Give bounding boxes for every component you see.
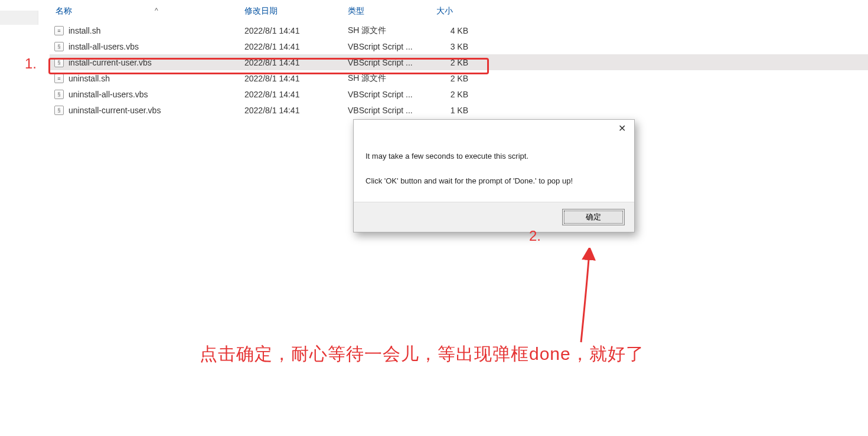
annotation-step-2: 2. [529,228,541,244]
sh-file-icon [54,26,64,35]
vbs-file-icon [54,90,64,99]
script-prompt-dialog: ✕ It may take a few seconds to execute t… [353,119,635,232]
table-row[interactable]: install.sh2022/8/1 14:41SH 源文件4 KB [50,22,868,38]
vbs-file-icon [54,58,64,67]
ok-button[interactable]: 确定 [562,209,625,225]
sh-file-icon [54,74,64,83]
file-date: 2022/8/1 14:41 [244,26,348,35]
file-size: 2 KB [436,90,495,99]
file-type: SH 源文件 [348,25,436,36]
file-list: 名称 ^ 修改日期 类型 大小 install.sh2022/8/1 14:41… [50,0,868,118]
file-date: 2022/8/1 14:41 [244,42,348,51]
column-headers-row: 名称 ^ 修改日期 类型 大小 [50,0,868,22]
left-gutter [0,11,38,25]
dialog-text-line-1: It may take a few seconds to execute thi… [366,150,622,162]
file-name: uninstall-all-users.vbs [68,90,148,99]
file-size: 4 KB [436,26,495,35]
file-size: 1 KB [436,106,495,115]
file-size: 3 KB [436,42,495,51]
dialog-footer: 确定 [354,202,634,232]
file-name: uninstall-current-user.vbs [68,106,161,115]
col-header-name-label: 名称 [56,6,72,17]
file-name: install-current-user.vbs [68,58,152,67]
file-type: VBScript Script ... [348,58,436,67]
file-date: 2022/8/1 14:41 [244,90,348,99]
table-row[interactable]: uninstall-all-users.vbs2022/8/1 14:41VBS… [50,86,868,102]
annotation-arrow-icon [567,248,614,348]
file-type: SH 源文件 [348,73,436,84]
vbs-file-icon [54,106,64,115]
annotation-bottom-note: 点击确定，耐心等待一会儿，等出现弹框done，就好了 [200,342,644,366]
file-name: uninstall.sh [68,74,110,83]
sort-indicator-icon: ^ [155,6,158,15]
file-size: 2 KB [436,74,495,83]
col-header-size[interactable]: 大小 [436,6,495,17]
file-date: 2022/8/1 14:41 [244,74,348,83]
file-type: VBScript Script ... [348,106,436,115]
col-header-date[interactable]: 修改日期 [244,6,348,17]
table-row[interactable]: install-all-users.vbs2022/8/1 14:41VBScr… [50,38,868,54]
table-row[interactable]: uninstall-current-user.vbs2022/8/1 14:41… [50,102,868,118]
file-date: 2022/8/1 14:41 [244,106,348,115]
dialog-body: It may take a few seconds to execute thi… [354,139,634,202]
file-name: install-all-users.vbs [68,42,139,51]
close-icon[interactable]: ✕ [609,120,634,136]
col-header-type[interactable]: 类型 [348,6,436,17]
file-type: VBScript Script ... [348,42,436,51]
file-date: 2022/8/1 14:41 [244,58,348,67]
dialog-text-line-2: Click 'OK' button and wait for the promp… [366,175,622,187]
file-name: install.sh [68,26,100,35]
file-type: VBScript Script ... [348,90,436,99]
col-header-name[interactable]: 名称 ^ [50,6,244,17]
table-row[interactable]: install-current-user.vbs2022/8/1 14:41VB… [50,54,868,70]
vbs-file-icon [54,42,64,51]
annotation-step-1: 1. [25,55,37,72]
table-row[interactable]: uninstall.sh2022/8/1 14:41SH 源文件2 KB [50,70,868,86]
dialog-titlebar: ✕ [354,120,634,139]
file-size: 2 KB [436,58,495,67]
